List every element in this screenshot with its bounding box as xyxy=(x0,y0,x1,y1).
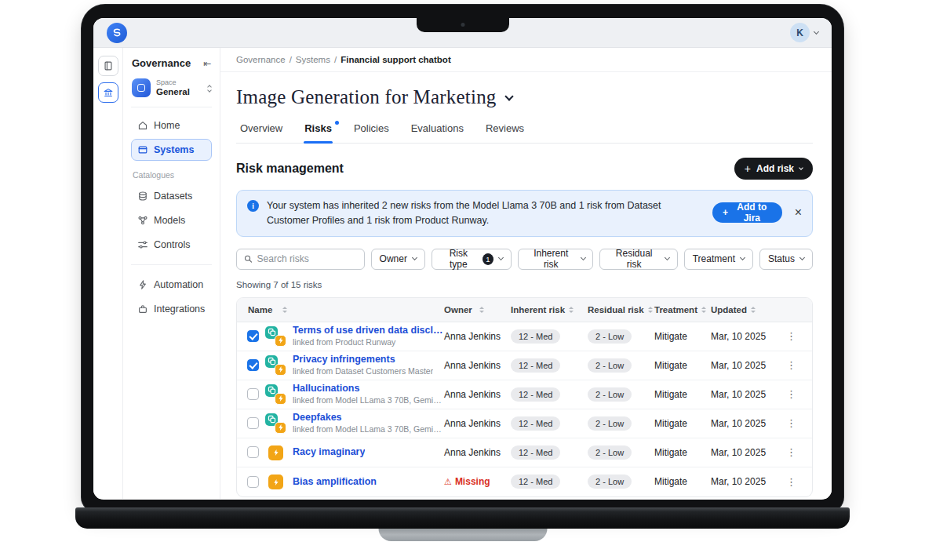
owner-cell: Anna Jenkins xyxy=(444,360,511,371)
owner-cell: Anna Jenkins xyxy=(444,389,511,400)
risk-name-cell: Terms of use driven data disclosure link… xyxy=(237,325,444,347)
tab-risks[interactable]: Risks xyxy=(304,121,333,143)
filter-inherent-risk[interactable]: Inherent risk xyxy=(518,249,594,270)
row-menu-icon[interactable]: ⋮ xyxy=(786,360,796,370)
title-chevron-down-icon[interactable] xyxy=(504,92,513,100)
plus-icon: + xyxy=(745,163,751,174)
row-checkbox[interactable] xyxy=(247,417,259,429)
inherent-risk-badge: 12 - Med xyxy=(511,416,560,431)
database-icon xyxy=(137,191,148,202)
row-menu-icon[interactable]: ⋮ xyxy=(786,447,796,457)
lightning-icon xyxy=(137,279,148,290)
sidebar-item-label: Integrations xyxy=(154,304,205,315)
inherent-risk-badge: 12 - Med xyxy=(511,358,560,373)
sidebar-divider xyxy=(131,264,212,265)
risk-table: Name Owner Inherent risk Residual risk xyxy=(236,297,813,497)
owner-name: Anna Jenkins xyxy=(444,447,501,458)
sidebar-item-home[interactable]: Home xyxy=(131,115,212,136)
sidebar-title: Governance xyxy=(132,57,191,69)
space-selector[interactable]: Space General xyxy=(131,77,212,107)
risk-linked-from: linked from Product Runway xyxy=(293,337,444,347)
tab-overview[interactable]: Overview xyxy=(239,121,283,143)
row-checkbox[interactable] xyxy=(247,359,259,371)
residual-risk-badge: 2 - Low xyxy=(588,358,632,373)
page-title: Image Generation for Marketing xyxy=(236,86,497,108)
column-header-name[interactable]: Name xyxy=(237,305,444,315)
column-header-residual-risk[interactable]: Residual risk xyxy=(588,305,654,315)
residual-risk-badge: 2 - Low xyxy=(588,475,632,489)
risk-name-link[interactable]: Hallucinations xyxy=(293,383,444,395)
breadcrumb-governance[interactable]: Governance xyxy=(236,55,286,64)
row-menu-icon[interactable]: ⋮ xyxy=(786,418,796,428)
filter-treatment[interactable]: Treatment xyxy=(684,249,753,270)
app-logo[interactable] xyxy=(107,23,127,43)
tabs: Overview Risks Policies Evaluations Revi… xyxy=(236,121,813,144)
chevron-down-icon xyxy=(740,255,745,260)
risk-name-link[interactable]: Bias amplification xyxy=(293,476,377,488)
sidebar-item-automation[interactable]: Automation xyxy=(131,274,212,296)
table-row: Hallucinations linked from Model LLama 3… xyxy=(237,380,812,409)
column-header-updated[interactable]: Updated xyxy=(711,305,782,315)
risk-name-link[interactable]: Racy imaginary xyxy=(293,446,365,458)
risk-name-link[interactable]: Terms of use driven data disclosure xyxy=(293,325,444,336)
sidebar-item-controls[interactable]: Controls xyxy=(131,234,212,256)
tab-evaluations[interactable]: Evaluations xyxy=(410,121,464,143)
risk-linked-from: linked from Model LLama 3 70B, Gemini-mi… xyxy=(293,395,444,405)
sidebar-item-integrations[interactable]: Integrations xyxy=(131,298,212,320)
search-input[interactable] xyxy=(257,253,357,264)
treatment-value: Mitigate xyxy=(654,360,711,371)
sidebar-item-models[interactable]: Models xyxy=(131,209,212,231)
filter-risk-type[interactable]: Risk type 1 xyxy=(432,249,512,270)
column-header-owner[interactable]: Owner xyxy=(444,305,511,315)
add-risk-button[interactable]: + Add risk xyxy=(734,158,813,180)
filter-status[interactable]: Status xyxy=(759,249,813,270)
chevron-down-icon xyxy=(799,255,805,260)
row-menu-icon[interactable]: ⋮ xyxy=(786,331,796,341)
column-header-inherent-risk[interactable]: Inherent risk xyxy=(511,305,588,315)
risk-name-cell: Bias amplification xyxy=(237,471,444,492)
close-icon[interactable]: × xyxy=(795,206,802,219)
sidebar-item-systems[interactable]: Systems xyxy=(131,139,212,161)
risks-notification-dot xyxy=(335,121,339,125)
updated-value: Mar, 10 2025 xyxy=(711,331,782,342)
warning-icon: ⚠ xyxy=(444,478,452,486)
filter-residual-risk[interactable]: Residual risk xyxy=(599,249,677,270)
row-menu-icon[interactable]: ⋮ xyxy=(786,389,796,399)
risk-name-link[interactable]: Deepfakes xyxy=(293,412,444,424)
owner-name: Anna Jenkins xyxy=(444,360,501,371)
account-menu[interactable]: K xyxy=(790,23,818,42)
tab-reviews[interactable]: Reviews xyxy=(485,121,525,143)
row-menu-icon[interactable]: ⋮ xyxy=(786,477,796,487)
column-header-treatment[interactable]: Treatment xyxy=(654,305,711,315)
row-checkbox[interactable] xyxy=(247,330,259,342)
tab-policies[interactable]: Policies xyxy=(353,121,390,143)
search-box xyxy=(236,249,365,270)
search-icon xyxy=(244,254,253,264)
laptop-screen-bezel: K Governanc xyxy=(82,5,843,511)
residual-risk-badge: 2 - Low xyxy=(588,387,632,402)
row-checkbox[interactable] xyxy=(247,476,259,488)
rail-governance-button[interactable] xyxy=(98,82,118,103)
sidebar-item-label: Automation xyxy=(154,279,203,290)
rail-library-button[interactable] xyxy=(98,56,118,76)
space-value: General xyxy=(156,87,190,97)
collapse-sidebar-icon[interactable]: ⇤ xyxy=(203,59,211,68)
risk-name-link[interactable]: Privacy infringements xyxy=(293,354,433,365)
avatar[interactable]: K xyxy=(790,23,810,42)
section-title: Risk management xyxy=(236,162,344,176)
sort-icon xyxy=(751,307,756,313)
updated-value: Mar, 10 2025 xyxy=(711,476,782,487)
risk-name-cell: Racy imaginary xyxy=(237,442,444,463)
row-checkbox[interactable] xyxy=(247,446,259,458)
bank-icon xyxy=(103,87,114,98)
filter-owner[interactable]: Owner xyxy=(371,249,425,270)
inherent-risk-badge: 12 - Med xyxy=(511,387,560,402)
owner-name: Missing xyxy=(455,476,490,487)
sidebar-item-datasets[interactable]: Datasets xyxy=(131,185,212,207)
breadcrumb-systems[interactable]: Systems xyxy=(296,55,330,64)
nodes-icon xyxy=(137,215,148,226)
add-to-jira-button[interactable]: + Add to Jira xyxy=(712,202,782,223)
breadcrumb-separator: / xyxy=(334,55,337,64)
row-checkbox[interactable] xyxy=(247,388,259,400)
chevron-down-icon xyxy=(581,255,586,260)
